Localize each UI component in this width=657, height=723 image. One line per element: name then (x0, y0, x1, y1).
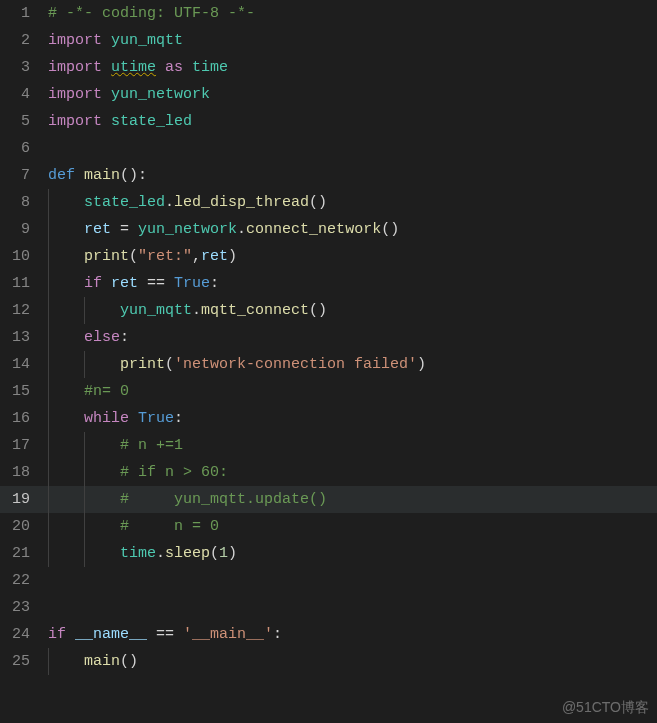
code-content[interactable]: import yun_mqtt (48, 27, 657, 54)
code-content[interactable]: print('network-connection failed') (120, 351, 657, 378)
code-line[interactable]: 19# yun_mqtt.update() (0, 486, 657, 513)
code-line[interactable]: 24if __name__ == '__main__': (0, 621, 657, 648)
code-editor[interactable]: 1# -*- coding: UTF-8 -*-2import yun_mqtt… (0, 0, 657, 723)
line-number: 25 (0, 648, 48, 675)
line-number: 3 (0, 54, 48, 81)
indent-guides (48, 297, 120, 324)
line-number: 8 (0, 189, 48, 216)
line-number: 14 (0, 351, 48, 378)
code-line[interactable]: 5import state_led (0, 108, 657, 135)
code-content[interactable]: # n = 0 (120, 513, 657, 540)
line-number: 2 (0, 27, 48, 54)
code-content[interactable] (48, 594, 657, 621)
code-content[interactable]: import yun_network (48, 81, 657, 108)
indent-guides (48, 432, 120, 459)
line-number: 18 (0, 459, 48, 486)
line-number: 20 (0, 513, 48, 540)
code-content[interactable]: # yun_mqtt.update() (120, 486, 657, 513)
code-line[interactable]: 15#n= 0 (0, 378, 657, 405)
line-number: 23 (0, 594, 48, 621)
line-number: 7 (0, 162, 48, 189)
line-number: 4 (0, 81, 48, 108)
code-line[interactable]: 9ret = yun_network.connect_network() (0, 216, 657, 243)
code-line[interactable]: 21time.sleep(1) (0, 540, 657, 567)
code-line[interactable]: 17# n +=1 (0, 432, 657, 459)
code-content[interactable]: state_led.led_disp_thread() (84, 189, 657, 216)
code-line[interactable]: 3import utime as time (0, 54, 657, 81)
code-content[interactable]: ret = yun_network.connect_network() (84, 216, 657, 243)
code-content[interactable]: print("ret:",ret) (84, 243, 657, 270)
code-content[interactable]: def main(): (48, 162, 657, 189)
code-content[interactable]: # n +=1 (120, 432, 657, 459)
code-content[interactable]: else: (84, 324, 657, 351)
code-line[interactable]: 20# n = 0 (0, 513, 657, 540)
line-number: 17 (0, 432, 48, 459)
line-number: 24 (0, 621, 48, 648)
indent-guides (48, 486, 120, 513)
code-line[interactable]: 10print("ret:",ret) (0, 243, 657, 270)
line-number: 12 (0, 297, 48, 324)
line-number: 15 (0, 378, 48, 405)
code-line[interactable]: 13else: (0, 324, 657, 351)
line-number: 11 (0, 270, 48, 297)
code-content[interactable]: import utime as time (48, 54, 657, 81)
code-content[interactable]: if __name__ == '__main__': (48, 621, 657, 648)
code-content[interactable]: # -*- coding: UTF-8 -*- (48, 0, 657, 27)
line-number: 10 (0, 243, 48, 270)
code-line[interactable]: 25main() (0, 648, 657, 675)
code-content[interactable] (48, 135, 657, 162)
line-number: 1 (0, 0, 48, 27)
indent-guides (48, 405, 84, 432)
code-content[interactable]: main() (84, 648, 657, 675)
code-content[interactable]: import state_led (48, 108, 657, 135)
code-line[interactable]: 14print('network-connection failed') (0, 351, 657, 378)
line-number: 9 (0, 216, 48, 243)
code-line[interactable]: 18# if n > 60: (0, 459, 657, 486)
indent-guides (48, 189, 84, 216)
line-number: 19 (0, 486, 48, 513)
indent-guides (48, 540, 120, 567)
code-content[interactable]: # if n > 60: (120, 459, 657, 486)
code-content[interactable] (48, 567, 657, 594)
code-content[interactable]: yun_mqtt.mqtt_connect() (120, 297, 657, 324)
indent-guides (48, 351, 120, 378)
line-number: 6 (0, 135, 48, 162)
indent-guides (48, 324, 84, 351)
code-line[interactable]: 8state_led.led_disp_thread() (0, 189, 657, 216)
line-number: 16 (0, 405, 48, 432)
line-number: 13 (0, 324, 48, 351)
indent-guides (48, 378, 84, 405)
code-line[interactable]: 23 (0, 594, 657, 621)
code-line[interactable]: 12yun_mqtt.mqtt_connect() (0, 297, 657, 324)
line-number: 22 (0, 567, 48, 594)
code-line[interactable]: 7def main(): (0, 162, 657, 189)
code-line[interactable]: 6 (0, 135, 657, 162)
indent-guides (48, 243, 84, 270)
code-content[interactable]: while True: (84, 405, 657, 432)
indent-guides (48, 513, 120, 540)
indent-guides (48, 216, 84, 243)
indent-guides (48, 459, 120, 486)
indent-guides (48, 648, 84, 675)
code-line[interactable]: 4import yun_network (0, 81, 657, 108)
code-content[interactable]: #n= 0 (84, 378, 657, 405)
code-content[interactable]: time.sleep(1) (120, 540, 657, 567)
code-line[interactable]: 11if ret == True: (0, 270, 657, 297)
indent-guides (48, 270, 84, 297)
code-line[interactable]: 1# -*- coding: UTF-8 -*- (0, 0, 657, 27)
code-line[interactable]: 2import yun_mqtt (0, 27, 657, 54)
code-line[interactable]: 22 (0, 567, 657, 594)
code-line[interactable]: 16while True: (0, 405, 657, 432)
line-number: 21 (0, 540, 48, 567)
code-content[interactable]: if ret == True: (84, 270, 657, 297)
line-number: 5 (0, 108, 48, 135)
